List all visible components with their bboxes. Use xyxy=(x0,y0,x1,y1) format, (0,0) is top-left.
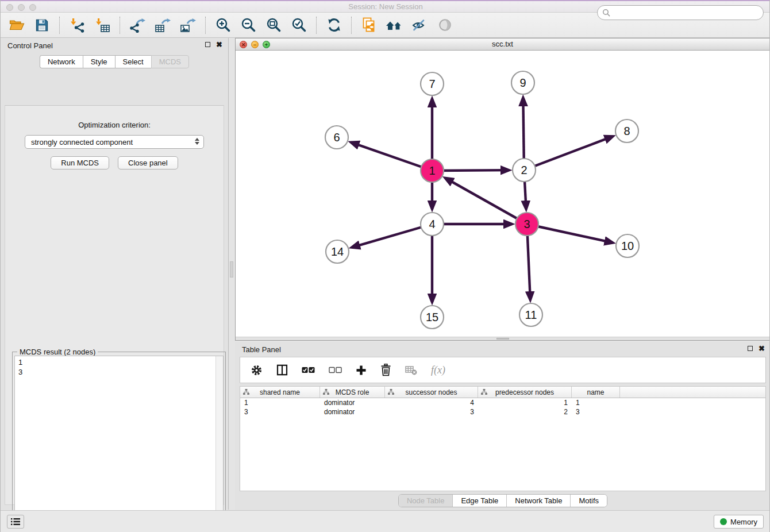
close-panel-button[interactable]: Close panel xyxy=(118,156,178,169)
graph-node-1[interactable]: 1 xyxy=(421,159,444,182)
column-header-predecessor-nodes[interactable]: predecessor nodes xyxy=(478,387,572,398)
network-bottom-strip xyxy=(236,337,769,340)
column-header-MCDS-role[interactable]: MCDS role xyxy=(320,387,385,398)
tab-select[interactable]: Select xyxy=(115,55,151,68)
deselect-all-icon[interactable] xyxy=(329,367,342,373)
svg-text:10: 10 xyxy=(621,240,634,252)
table-toolbar: f(x) xyxy=(240,357,766,383)
toolbar-separator xyxy=(316,17,317,34)
network-maximize-icon[interactable]: + xyxy=(263,41,270,48)
delete-column-icon[interactable] xyxy=(380,364,391,376)
network-close-icon[interactable]: ✕ xyxy=(240,41,247,48)
hide-selected-icon[interactable] xyxy=(409,16,430,35)
tab-edge-table[interactable]: Edge Table xyxy=(453,495,507,507)
network-window-titlebar[interactable]: ✕ − + scc.txt xyxy=(236,38,769,51)
graph-node-7[interactable]: 7 xyxy=(421,72,444,95)
criterion-dropdown[interactable]: strongly connected component xyxy=(25,135,204,149)
graph-node-2[interactable]: 2 xyxy=(513,159,536,182)
graph-node-8[interactable]: 8 xyxy=(615,119,638,142)
svg-text:7: 7 xyxy=(429,78,435,90)
graph-edge-3-10[interactable] xyxy=(527,224,613,242)
result-scrollbar[interactable] xyxy=(215,356,223,532)
graph-node-9[interactable]: 9 xyxy=(511,71,534,94)
clone-network-icon[interactable] xyxy=(359,16,379,35)
column-header-successor-nodes[interactable]: successor nodes xyxy=(385,387,478,398)
open-file-icon[interactable] xyxy=(6,16,27,35)
table-cell[interactable]: dominator xyxy=(320,407,385,417)
zoom-in-icon[interactable] xyxy=(213,16,233,35)
network-minimize-icon[interactable]: − xyxy=(251,41,259,48)
criterion-value: strongly connected component xyxy=(31,138,133,147)
import-network-icon[interactable] xyxy=(67,16,87,35)
table-cell[interactable]: 4 xyxy=(385,398,478,407)
select-all-icon[interactable] xyxy=(302,367,315,373)
save-session-icon[interactable] xyxy=(32,16,52,35)
search-field[interactable] xyxy=(597,5,764,20)
graph-edge-2-8[interactable] xyxy=(524,136,613,170)
mcds-result-group: MCDS result (2 nodes) 13 xyxy=(12,352,226,532)
close-table-panel-icon[interactable]: ✖ xyxy=(759,345,765,352)
add-column-icon[interactable] xyxy=(356,365,367,376)
graph-edge-1-6[interactable] xyxy=(351,142,432,171)
table-row: 1dominator411 xyxy=(240,398,765,407)
task-history-button[interactable] xyxy=(7,515,24,529)
svg-text:1: 1 xyxy=(429,164,435,177)
run-mcds-button[interactable]: Run MCDS xyxy=(51,156,109,169)
first-neighbors-icon[interactable] xyxy=(384,16,405,35)
memory-status-icon xyxy=(720,518,727,525)
search-input[interactable] xyxy=(610,8,763,18)
mcds-result-area[interactable]: 13 xyxy=(14,356,224,532)
table-cell[interactable]: 1 xyxy=(572,398,620,407)
graph-node-6[interactable]: 6 xyxy=(325,126,348,149)
tab-network-table[interactable]: Network Table xyxy=(507,495,571,507)
export-image-icon[interactable] xyxy=(178,16,198,35)
float-panel-icon[interactable] xyxy=(205,42,210,47)
zoom-out-icon[interactable] xyxy=(238,16,259,35)
graph-node-11[interactable]: 11 xyxy=(519,303,542,326)
graph-node-4[interactable]: 4 xyxy=(421,213,444,236)
application-window: Session: New Session Control Panel ✖ Net… xyxy=(0,0,770,532)
table-cell[interactable]: 3 xyxy=(385,407,478,417)
settings-icon[interactable] xyxy=(251,364,263,376)
splitter-handle[interactable] xyxy=(230,261,233,277)
memory-label: Memory xyxy=(730,518,757,526)
table-cell[interactable]: dominator xyxy=(320,398,385,407)
graph-edge-4-14[interactable] xyxy=(352,224,432,248)
float-table-panel-icon[interactable] xyxy=(748,346,753,351)
close-window-icon[interactable] xyxy=(6,4,13,11)
graph-node-3[interactable]: 3 xyxy=(515,213,538,236)
tab-network[interactable]: Network xyxy=(40,55,83,68)
tab-node-table[interactable]: Node Table xyxy=(399,495,453,507)
table-cell[interactable]: 1 xyxy=(478,398,572,407)
panel-columns-icon[interactable] xyxy=(276,364,288,376)
table-cell[interactable]: 1 xyxy=(240,398,320,407)
graph-node-10[interactable]: 10 xyxy=(616,234,639,257)
network-canvas[interactable]: 7968124314101511 xyxy=(236,51,769,337)
zoom-selected-icon[interactable] xyxy=(288,16,309,35)
tab-motifs[interactable]: Motifs xyxy=(571,495,607,507)
minimize-window-icon[interactable] xyxy=(18,4,25,11)
mcds-result-title: MCDS result (2 nodes) xyxy=(17,348,98,356)
apply-layout-icon[interactable] xyxy=(324,16,344,35)
close-panel-icon[interactable]: ✖ xyxy=(216,41,222,48)
zoom-window-icon[interactable] xyxy=(29,4,36,11)
table-cell[interactable]: 3 xyxy=(572,407,620,417)
result-line: 3 xyxy=(18,367,220,377)
memory-button[interactable]: Memory xyxy=(714,515,764,529)
import-table-icon[interactable] xyxy=(92,16,113,35)
column-header-name[interactable]: name xyxy=(572,387,620,398)
tab-mcds[interactable]: MCDS xyxy=(151,55,189,68)
table-cell[interactable]: 3 xyxy=(240,407,320,417)
resize-grip[interactable] xyxy=(496,338,509,340)
graph-node-15[interactable]: 15 xyxy=(421,306,444,329)
table-rows: 1dominator4113dominator323 xyxy=(240,398,765,417)
graph-edge-3-1[interactable] xyxy=(445,178,527,224)
column-header-shared-name[interactable]: shared name xyxy=(240,387,320,398)
table-cell[interactable]: 2 xyxy=(478,407,572,417)
tab-style[interactable]: Style xyxy=(83,55,115,68)
zoom-fit-icon[interactable] xyxy=(263,16,284,35)
export-table-icon[interactable] xyxy=(152,16,173,35)
graph-node-14[interactable]: 14 xyxy=(326,240,349,263)
function-builder-disabled-icon: f(x) xyxy=(431,364,445,376)
export-network-icon[interactable] xyxy=(127,16,148,35)
